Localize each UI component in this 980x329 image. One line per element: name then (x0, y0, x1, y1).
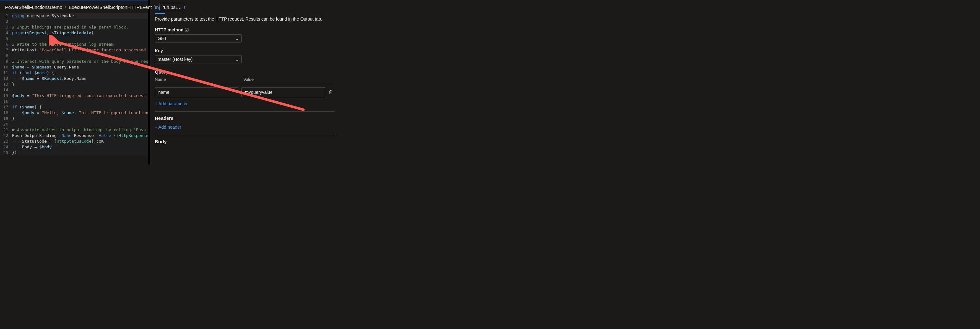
http-method-value: GET (158, 36, 167, 41)
add-header-link[interactable]: + Add header (155, 123, 334, 133)
query-value-field[interactable] (242, 87, 325, 97)
chevron-down-icon (235, 37, 239, 40)
test-panel: Input Output Provide parameters to test … (150, 0, 339, 164)
panel-description: Provide parameters to test the HTTP requ… (155, 16, 334, 22)
breadcrumb-sep: \ (153, 5, 157, 10)
chevron-down-icon (235, 57, 239, 61)
body-section-label: Body (155, 139, 334, 144)
query-param-row (155, 87, 334, 97)
line-number-gutter: 1234567891011121314151617181920212223242… (0, 13, 10, 156)
file-selector[interactable]: run.ps1 (159, 3, 184, 11)
key-select[interactable]: master (Host key) (155, 55, 242, 63)
breadcrumb-sep: \ (64, 5, 67, 10)
breadcrumb-root[interactable]: PowerShellFunctionsDemo (5, 5, 62, 10)
query-name-field[interactable] (155, 87, 239, 97)
key-label: Key (155, 48, 334, 53)
code-content[interactable]: using namespace System.Net# Input bindin… (10, 13, 148, 156)
query-header-name: Name (155, 77, 243, 82)
file-selector-value: run.ps1 (162, 5, 178, 10)
breadcrumb: PowerShellFunctionsDemo \ ExecutePowerSh… (0, 1, 148, 13)
query-header-value: Value (243, 77, 334, 82)
chevron-down-icon (178, 5, 181, 8)
http-method-select[interactable]: GET (155, 34, 242, 43)
add-parameter-link[interactable]: + Add parameter (155, 100, 334, 109)
headers-section-label: Headers (155, 115, 334, 121)
info-icon[interactable]: i (185, 28, 189, 32)
http-method-label: HTTP method i (155, 27, 334, 32)
code-editor[interactable]: 1234567891011121314151617181920212223242… (0, 13, 148, 156)
key-value: master (Host key) (158, 57, 192, 62)
panel-divider[interactable] (148, 0, 150, 164)
breadcrumb-function[interactable]: ExecutePowerShellScriptonHTTPEvent (69, 5, 152, 10)
trash-icon[interactable] (328, 90, 333, 95)
query-section-label: Query (155, 69, 334, 75)
